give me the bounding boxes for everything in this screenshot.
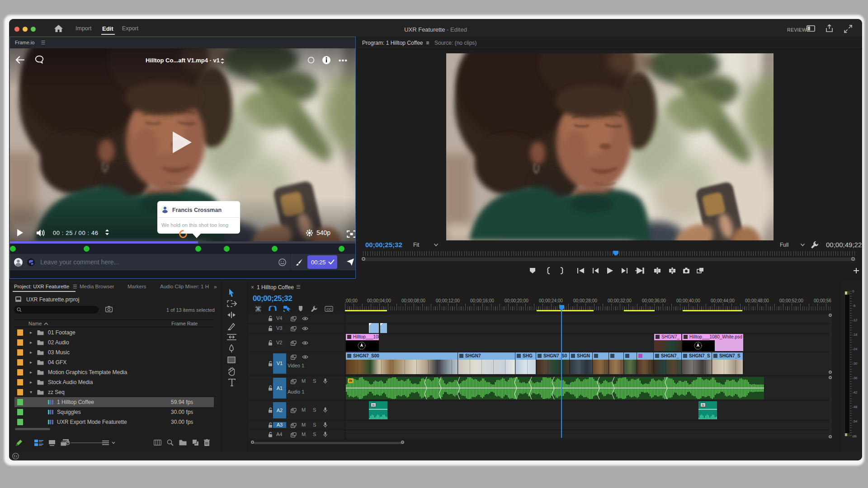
svg-text:CC: CC <box>326 307 332 311</box>
